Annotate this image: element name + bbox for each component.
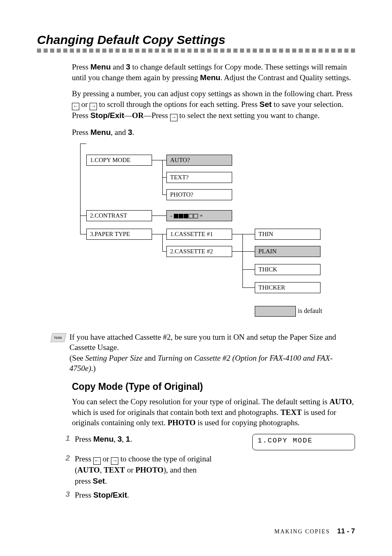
menu-key: Menu	[200, 73, 221, 82]
text: or	[79, 100, 90, 109]
text: Press	[75, 454, 93, 463]
text: Press	[75, 491, 93, 499]
text: .)	[91, 364, 96, 373]
ref-paper-size: Setting Paper Size	[85, 354, 143, 362]
paragraph-3: Press Menu, and 3.	[72, 127, 355, 138]
text: By pressing a number, you can adjust cop…	[72, 89, 353, 98]
text: is used for copying photographs.	[196, 418, 300, 427]
text: or	[101, 454, 111, 463]
page-footer: MAKING COPIES 11 - 7	[274, 527, 355, 535]
note-block: Note If you have attached Cassette #2, b…	[37, 332, 355, 374]
contrast-plus: +	[200, 212, 203, 219]
mode-text: TEXT	[104, 466, 125, 474]
step-1: 1 Press Menu, 3, 1. 1.COPY MODE	[37, 434, 355, 450]
set-key: Set	[93, 477, 105, 485]
text: to select the next setting you want to c…	[178, 111, 320, 120]
text: ,	[100, 466, 104, 474]
text: and	[143, 354, 158, 362]
note-line1: If you have attached Cassette #2, be sur…	[69, 333, 336, 352]
menu-copy-mode: 1.COPY MODE	[86, 155, 152, 166]
menu-contrast: 2.CONTRAST	[86, 210, 152, 221]
footer-section: MAKING COPIES	[274, 528, 330, 535]
key-1: 1	[126, 435, 130, 443]
stop-exit-key: Stop/Exit	[90, 111, 124, 120]
step-number: 3	[60, 490, 70, 501]
text: .	[132, 128, 134, 137]
key-3: 3	[126, 63, 130, 71]
text: .	[130, 435, 132, 443]
text: You can select the Copy resolution for y…	[72, 397, 330, 406]
stop-exit-key: Stop/Exit	[93, 491, 127, 499]
text: .	[105, 477, 107, 485]
text: , and	[111, 128, 128, 137]
left-arrow-icon: ←	[93, 457, 101, 465]
paragraph-2: By pressing a number, you can adjust cop…	[72, 88, 355, 121]
set-key: Set	[260, 100, 272, 109]
subsection-title: Copy Mode (Type of Original)	[72, 381, 355, 392]
text: to scroll through the options for each s…	[97, 100, 259, 109]
menu-paper-type: 3.PAPER TYPE	[86, 229, 152, 240]
menu-key: Menu	[90, 128, 111, 137]
text: .	[127, 491, 129, 499]
option-cassette1: 1.CASSETTE #1	[166, 229, 232, 240]
menu-key: Menu	[90, 63, 111, 71]
option-cassette2: 2.CASSETTE #2	[166, 246, 232, 257]
option-contrast-level: - +	[166, 210, 232, 221]
text: ,	[122, 435, 126, 443]
note-icon: Note	[51, 333, 67, 342]
lcd-display: 1.COPY MODE	[252, 434, 355, 450]
step-number: 1	[60, 434, 70, 450]
menu-diagram: 1.COPY MODE AUTO? TEXT? PHOTO? 2.CONTRAS…	[80, 144, 355, 324]
step-3: 3 Press Stop/Exit.	[37, 490, 355, 501]
text: —	[124, 111, 132, 120]
mode-auto: AUTO	[330, 397, 352, 406]
text: Press	[72, 63, 90, 71]
footer-page-number: 11 - 7	[337, 527, 355, 535]
step-number: 2	[60, 454, 70, 486]
legend-swatch	[255, 306, 296, 317]
title-underline	[37, 49, 355, 53]
right-arrow-icon: →	[170, 114, 178, 121]
option-thick: THICK	[255, 264, 321, 275]
option-photo: PHOTO?	[166, 189, 232, 200]
right-arrow-icon: →	[111, 457, 118, 465]
subsection-para: You can select the Copy resolution for y…	[72, 396, 355, 428]
option-plain: PLAIN	[255, 246, 321, 257]
key-3: 3	[128, 128, 132, 137]
contrast-scale-icon	[174, 214, 198, 218]
text: Press	[75, 435, 93, 443]
menu-key: Menu	[93, 435, 114, 443]
text: Press	[72, 128, 90, 137]
key-3: 3	[118, 435, 122, 443]
mode-auto: AUTO	[77, 466, 100, 474]
mode-photo: PHOTO	[168, 418, 196, 427]
text: and	[111, 63, 126, 71]
option-auto: AUTO?	[166, 155, 232, 166]
text: (See	[69, 354, 85, 362]
mode-photo: PHOTO	[135, 466, 163, 474]
left-arrow-icon: ←	[72, 103, 79, 110]
mode-text: TEXT	[281, 408, 302, 417]
option-thicker: THICKER	[255, 282, 321, 293]
contrast-minus: -	[170, 212, 172, 219]
text: —Press	[144, 111, 170, 120]
page-title: Changing Default Copy Settings	[37, 33, 355, 47]
text: ,	[113, 435, 118, 443]
right-arrow-icon: →	[90, 103, 97, 110]
step-2: 2 Press ← or → to choose the type of ori…	[37, 454, 355, 486]
legend-text: is default	[298, 307, 322, 315]
option-text: TEXT?	[166, 172, 232, 183]
text: or	[125, 466, 135, 474]
option-thin: THIN	[255, 229, 321, 240]
paragraph-1: Press Menu and 3 to change default setti…	[72, 62, 355, 83]
or-text: OR	[132, 111, 144, 120]
text: . Adjust the Contrast and Quality settin…	[220, 73, 351, 82]
